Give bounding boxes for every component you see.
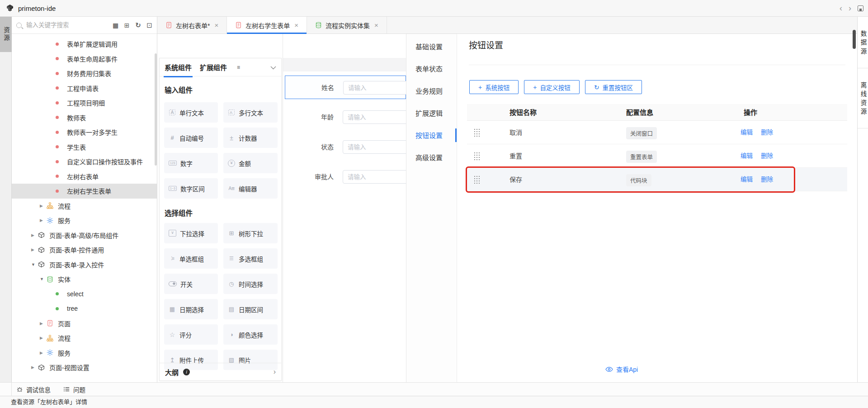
palette-component[interactable]: 时间选择 [223, 274, 278, 294]
close-tab-icon[interactable]: × [294, 21, 298, 29]
tree-item[interactable]: 服务 [12, 346, 157, 361]
action-button[interactable]: + 自定义按钮 [524, 80, 580, 94]
drag-handle-icon[interactable] [474, 152, 475, 153]
form-field-row[interactable]: 状态 [285, 135, 406, 159]
form-field-row[interactable]: 审批人 [285, 165, 406, 189]
palette-component[interactable]: 评分 [164, 324, 218, 345]
bottom-bar-item[interactable]: 调试信息 [16, 385, 51, 394]
palette-collapse-icon[interactable] [270, 63, 276, 71]
palette-component[interactable]: 金额 [223, 153, 278, 173]
new-folder-icon[interactable] [123, 21, 131, 29]
tree-scrollbar[interactable] [155, 53, 157, 166]
tree-item[interactable]: 页面-表单-高级/布局组件 [12, 228, 157, 243]
caret-icon[interactable] [31, 247, 38, 252]
right-rail-tab[interactable]: 离线资源 [858, 68, 868, 128]
form-field-row[interactable]: 年龄 [285, 105, 406, 129]
action-button[interactable]: + 系统按钮 [469, 80, 519, 94]
field-input[interactable] [343, 81, 406, 95]
tree-item[interactable]: 财务费用归集表 [12, 66, 157, 81]
editor-tab[interactable]: 流程实例实体集 × [307, 17, 387, 33]
palette-component[interactable]: 日期选择 [164, 299, 218, 319]
settings-nav-item[interactable]: 高级设置 [406, 147, 457, 169]
caret-icon[interactable] [40, 336, 47, 340]
caret-icon[interactable] [40, 218, 47, 223]
tree-item[interactable]: 页面 [12, 316, 157, 331]
close-tab-icon[interactable]: × [214, 21, 218, 29]
caret-icon[interactable] [40, 277, 47, 281]
refresh-icon[interactable] [134, 21, 142, 29]
palette-component[interactable]: 单行文本 [164, 102, 218, 123]
palette-component[interactable]: 开关 [164, 274, 218, 294]
caret-icon[interactable] [31, 262, 38, 267]
tree-item[interactable]: 流程 [12, 331, 157, 346]
caret-icon[interactable] [31, 365, 38, 370]
tree-item[interactable]: 表单扩展逻辑调用 [12, 37, 157, 52]
caret-icon[interactable] [40, 321, 47, 326]
tree-item[interactable]: 左树右学生表单 [12, 184, 157, 199]
delete-link[interactable]: 删除 [761, 121, 773, 144]
caret-icon[interactable] [31, 233, 38, 237]
tree-item[interactable]: 页面-表单-录入控件 [12, 257, 157, 272]
form-field-row[interactable]: 姓名 [285, 76, 406, 99]
outline-bar[interactable]: 大纲 i › [160, 363, 281, 380]
editor-tab[interactable]: 左树右表单* × [157, 17, 227, 33]
palette-component[interactable]: 树形下拉 [223, 223, 278, 243]
view-api-link[interactable]: 查看Api [605, 365, 664, 374]
settings-nav-item[interactable]: 按钮设置 [406, 124, 457, 147]
tree-item[interactable]: 页面-表单-控件通用 [12, 242, 157, 257]
caret-icon[interactable] [40, 204, 47, 208]
search-input[interactable] [25, 21, 93, 29]
palette-component[interactable]: 编辑器 [223, 178, 278, 199]
palette-component[interactable]: 计数器 [223, 128, 278, 148]
locate-file-icon[interactable] [112, 21, 119, 29]
tree-item[interactable]: tree [12, 301, 157, 316]
right-rail-tab[interactable]: 数据源 [858, 17, 868, 68]
save-layout-icon[interactable] [858, 5, 863, 11]
palette-component[interactable]: 下拉选择 [164, 223, 218, 243]
tree-item[interactable]: 工程项目明细 [12, 95, 157, 110]
field-input[interactable] [343, 140, 406, 154]
palette-component[interactable]: 数字 [164, 153, 218, 173]
tree-item[interactable]: 学生表 [12, 140, 157, 155]
tree-item[interactable]: 服务 [12, 213, 157, 228]
tree-item[interactable]: 教师表一对多学生 [12, 125, 157, 140]
tree-item[interactable]: 工程申请表 [12, 81, 157, 96]
palette-menu-icon[interactable]: ≡ [237, 64, 240, 71]
palette-component[interactable]: 单选框组 [164, 248, 218, 269]
palette-component[interactable]: 自动编号 [164, 128, 218, 148]
tree-item[interactable]: 流程 [12, 199, 157, 213]
rail-tab-resources[interactable]: 资源 [0, 17, 12, 52]
palette-component[interactable]: 多选框组 [223, 248, 278, 269]
palette-component[interactable]: 多行文本 [223, 102, 278, 123]
tree-item[interactable]: 页面-视图设置 [12, 360, 157, 375]
tree-item[interactable]: select [12, 287, 157, 302]
tree-item[interactable]: 自定义窗口操作按钮及事件 [12, 154, 157, 169]
settings-nav-item[interactable]: 基础设置 [406, 36, 457, 58]
field-input[interactable] [343, 170, 406, 184]
drag-handle-icon[interactable] [474, 129, 475, 130]
palette-tab-system[interactable]: 系统组件 [165, 62, 192, 72]
scrollbar-thumb[interactable] [853, 30, 856, 49]
tree-item[interactable]: 表单生命周起事件 [12, 52, 157, 66]
action-button[interactable]: ↻ 重置按钮区 [585, 80, 642, 94]
delete-link[interactable]: 删除 [761, 144, 773, 168]
settings-nav-item[interactable]: 扩展逻辑 [406, 102, 457, 124]
settings-nav-item[interactable]: 业务规则 [406, 80, 457, 102]
edit-link[interactable]: 编辑 [741, 168, 753, 191]
palette-component[interactable]: 数字区间 [164, 178, 218, 199]
nav-forward-icon[interactable]: › [849, 0, 851, 17]
drag-handle-icon[interactable] [474, 176, 475, 177]
caret-icon[interactable] [40, 351, 47, 355]
editor-tab[interactable]: 左树右学生表单 × [227, 17, 307, 33]
collapse-all-icon[interactable] [146, 21, 153, 29]
outline-expand-icon[interactable]: › [274, 368, 276, 376]
field-input[interactable] [343, 110, 406, 124]
tree-item[interactable]: 教师表 [12, 110, 157, 125]
bottom-bar-item[interactable]: 问题 [63, 385, 85, 394]
palette-component[interactable]: 日期区间 [223, 299, 278, 319]
palette-component[interactable]: 颜色选择 [223, 324, 278, 345]
tree-item[interactable]: 实体 [12, 272, 157, 287]
delete-link[interactable]: 删除 [761, 168, 773, 191]
tree-item[interactable]: 左树右表单 [12, 169, 157, 184]
edit-link[interactable]: 编辑 [741, 144, 753, 168]
